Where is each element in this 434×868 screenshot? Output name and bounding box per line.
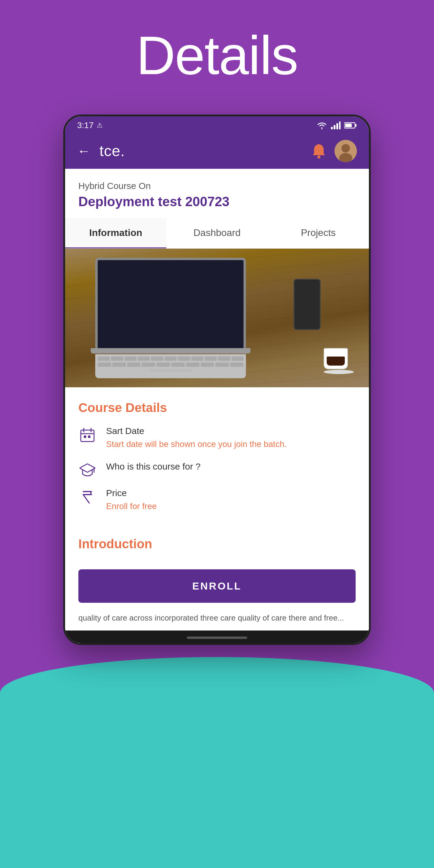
desk-phone [293, 279, 321, 330]
intro-preview-container: quality of care across incorporated thre… [65, 609, 369, 630]
intro-preview-text: quality of care across incorporated thre… [79, 612, 355, 624]
status-time: 3:17 [77, 121, 94, 130]
start-date-value: Start date will be shown once you join t… [106, 438, 287, 451]
detail-audience-content: Who is this course for ? [106, 461, 200, 473]
warning-icon: ⚠ [97, 121, 103, 129]
status-bar: 3:17 ⚠ [65, 116, 369, 133]
svg-rect-2 [336, 123, 338, 129]
tabs-container: Information Dashboard Projects [65, 218, 369, 249]
svg-point-7 [317, 156, 320, 158]
home-indicator [187, 637, 247, 639]
page-title: Details [0, 24, 434, 87]
wifi-icon [316, 121, 327, 129]
svg-rect-6 [345, 124, 352, 127]
phone-mockup: 3:17 ⚠ [63, 115, 371, 645]
enroll-bar: ENROLL [65, 563, 369, 609]
svg-rect-1 [334, 125, 336, 129]
battery-icon [344, 122, 357, 129]
audience-label: Who is this course for ? [106, 461, 200, 472]
svg-point-9 [341, 144, 350, 153]
app-bar: ← tce. [65, 133, 369, 169]
signal-icon [331, 121, 341, 129]
detail-price: Price Enroll for free [79, 488, 355, 513]
course-image [65, 249, 369, 387]
course-subtitle: Hybrid Course On [79, 181, 355, 191]
course-header: Hybrid Course On Deployment test 200723 [65, 169, 369, 218]
phone-screen: 3:17 ⚠ [63, 115, 371, 645]
graduation-icon [79, 461, 96, 477]
status-left: 3:17 ⚠ [77, 121, 103, 130]
price-value: Enroll for free [106, 500, 157, 513]
app-bar-actions [312, 140, 357, 162]
laptop-keyboard [95, 354, 246, 378]
svg-rect-15 [84, 435, 86, 438]
course-title: Deployment test 200723 [79, 194, 355, 209]
wood-texture [65, 249, 369, 387]
tab-information[interactable]: Information [65, 218, 166, 248]
detail-price-content: Price Enroll for free [106, 488, 157, 513]
tab-projects[interactable]: Projects [268, 218, 369, 248]
bell-icon[interactable] [312, 143, 326, 159]
status-right [316, 121, 357, 129]
svg-rect-16 [88, 435, 90, 438]
coffee-cup [324, 348, 354, 375]
back-button[interactable]: ← [77, 144, 90, 158]
svg-rect-11 [81, 430, 94, 441]
app-title: tce. [99, 142, 303, 160]
calendar-icon [79, 426, 96, 443]
bottom-wave [0, 657, 434, 868]
detail-start-date: Sart Date Start date will be shown once … [79, 426, 355, 451]
svg-rect-3 [339, 121, 341, 129]
introduction-title: Introduction [79, 537, 355, 551]
course-details-section: Course Details Sart Date Start date wi [65, 387, 369, 537]
user-avatar[interactable] [335, 140, 357, 162]
introduction-section: Introduction [65, 537, 369, 563]
laptop-screen [95, 258, 246, 348]
course-details-title: Course Details [79, 401, 355, 415]
start-date-label: Sart Date [106, 426, 287, 436]
rupee-icon [79, 488, 96, 505]
detail-start-date-content: Sart Date Start date will be shown once … [106, 426, 287, 451]
phone-bottom-bar [65, 630, 369, 643]
svg-marker-17 [80, 464, 95, 472]
detail-audience: Who is this course for ? [79, 461, 355, 477]
laptop-base [91, 348, 250, 353]
svg-rect-5 [355, 124, 356, 127]
tab-dashboard[interactable]: Dashboard [166, 218, 268, 248]
enroll-button[interactable]: ENROLL [79, 569, 355, 603]
laptop-illustration [95, 258, 246, 378]
price-label: Price [106, 488, 157, 498]
svg-rect-0 [331, 127, 333, 129]
